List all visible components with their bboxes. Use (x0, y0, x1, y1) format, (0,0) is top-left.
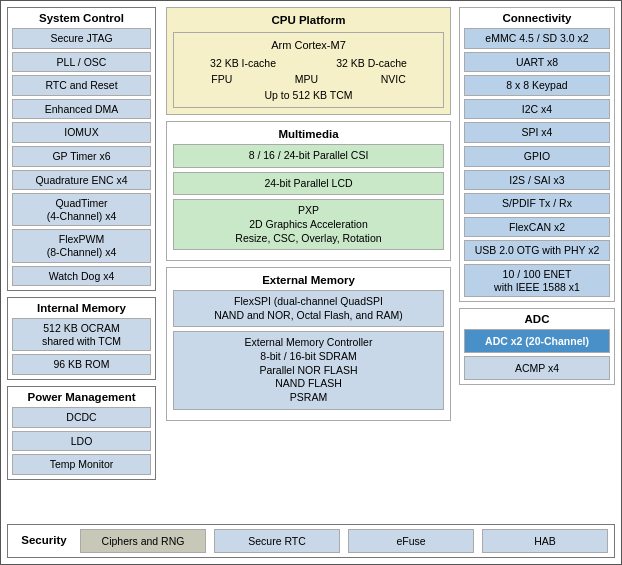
item-pll-osc: PLL / OSC (12, 52, 151, 73)
middle-column: CPU Platform Arm Cortex-M7 32 KB I-cache… (162, 7, 455, 520)
adc-item1: ADC x2 (20-Channel) (464, 329, 610, 353)
conn-flexcan: FlexCAN x2 (464, 217, 610, 238)
ext-mem-title: External Memory (173, 274, 444, 286)
security-title: Security (14, 534, 74, 546)
system-control-section: System Control Secure JTAG PLL / OSC RTC… (7, 7, 156, 291)
mm-pxp: PXP2D Graphics AccelerationResize, CSC, … (173, 199, 444, 250)
mm-csi: 8 / 16 / 24-bit Parallel CSI (173, 144, 444, 168)
main-container: System Control Secure JTAG PLL / OSC RTC… (0, 0, 622, 565)
connectivity-title: Connectivity (464, 12, 610, 24)
power-management-section: Power Management DCDC LDO Temp Monitor (7, 386, 156, 480)
internal-memory-section: Internal Memory 512 KB OCRAMshared with … (7, 297, 156, 380)
multimedia-section: Multimedia 8 / 16 / 24-bit Parallel CSI … (166, 121, 451, 261)
right-column: Connectivity eMMC 4.5 / SD 3.0 x2 UART x… (455, 7, 615, 520)
conn-enet: 10 / 100 ENETwith IEEE 1588 x1 (464, 264, 610, 297)
item-flexpwm: FlexPWM(8-Channel) x4 (12, 229, 151, 262)
cpu-tcm: Up to 512 KB TCM (180, 89, 437, 101)
cpu-mpu: MPU (295, 73, 318, 85)
security-items: Ciphers and RNG Secure RTC eFuse HAB (80, 529, 608, 553)
security-section: Security Ciphers and RNG Secure RTC eFus… (7, 524, 615, 558)
security-hab: HAB (482, 529, 608, 553)
conn-i2c: I2C x4 (464, 99, 610, 120)
item-watchdog: Watch Dog x4 (12, 266, 151, 287)
conn-spdif: S/PDIF Tx / Rx (464, 193, 610, 214)
cpu-nvic: NVIC (381, 73, 406, 85)
item-enhanced-dma: Enhanced DMA (12, 99, 151, 120)
item-quad-enc: Quadrature ENC x4 (12, 170, 151, 191)
power-management-title: Power Management (12, 391, 151, 403)
item-rtc-reset: RTC and Reset (12, 75, 151, 96)
item-gp-timer: GP Timer x6 (12, 146, 151, 167)
mm-lcd: 24-bit Parallel LCD (173, 172, 444, 196)
conn-i2s: I2S / SAI x3 (464, 170, 610, 191)
item-secure-jtag: Secure JTAG (12, 28, 151, 49)
conn-keypad: 8 x 8 Keypad (464, 75, 610, 96)
system-control-title: System Control (12, 12, 151, 24)
cpu-icache: 32 KB I-cache (210, 57, 276, 69)
security-secure-rtc: Secure RTC (214, 529, 340, 553)
ext-flexspi: FlexSPI (dual-channel QuadSPINAND and NO… (173, 290, 444, 327)
security-ciphers: Ciphers and RNG (80, 529, 206, 553)
item-dcdc: DCDC (12, 407, 151, 428)
cpu-title: CPU Platform (173, 14, 444, 26)
cpu-platform-section: CPU Platform Arm Cortex-M7 32 KB I-cache… (166, 7, 451, 115)
item-temp-monitor: Temp Monitor (12, 454, 151, 475)
conn-uart: UART x8 (464, 52, 610, 73)
adc-item2: ACMP x4 (464, 356, 610, 380)
connectivity-section: Connectivity eMMC 4.5 / SD 3.0 x2 UART x… (459, 7, 615, 302)
security-efuse: eFuse (348, 529, 474, 553)
item-iomux: IOMUX (12, 122, 151, 143)
item-rom: 96 KB ROM (12, 354, 151, 375)
cpu-inner-box: Arm Cortex-M7 32 KB I-cache 32 KB D-cach… (173, 32, 444, 108)
adc-title: ADC (464, 313, 610, 325)
item-ldo: LDO (12, 431, 151, 452)
external-memory-section: External Memory FlexSPI (dual-channel Qu… (166, 267, 451, 420)
multimedia-title: Multimedia (173, 128, 444, 140)
internal-memory-title: Internal Memory (12, 302, 151, 314)
cpu-dcache: 32 KB D-cache (336, 57, 407, 69)
adc-section: ADC ADC x2 (20-Channel) ACMP x4 (459, 308, 615, 385)
ext-controller: External Memory Controller8-bit / 16-bit… (173, 331, 444, 409)
left-column: System Control Secure JTAG PLL / OSC RTC… (7, 7, 162, 520)
cpu-fpu: FPU (211, 73, 232, 85)
conn-usb: USB 2.0 OTG with PHY x2 (464, 240, 610, 261)
item-quad-timer: QuadTimer(4-Channel) x4 (12, 193, 151, 226)
conn-gpio: GPIO (464, 146, 610, 167)
cpu-core-label: Arm Cortex-M7 (180, 39, 437, 51)
conn-emmc: eMMC 4.5 / SD 3.0 x2 (464, 28, 610, 49)
item-ocram: 512 KB OCRAMshared with TCM (12, 318, 151, 351)
conn-spi: SPI x4 (464, 122, 610, 143)
